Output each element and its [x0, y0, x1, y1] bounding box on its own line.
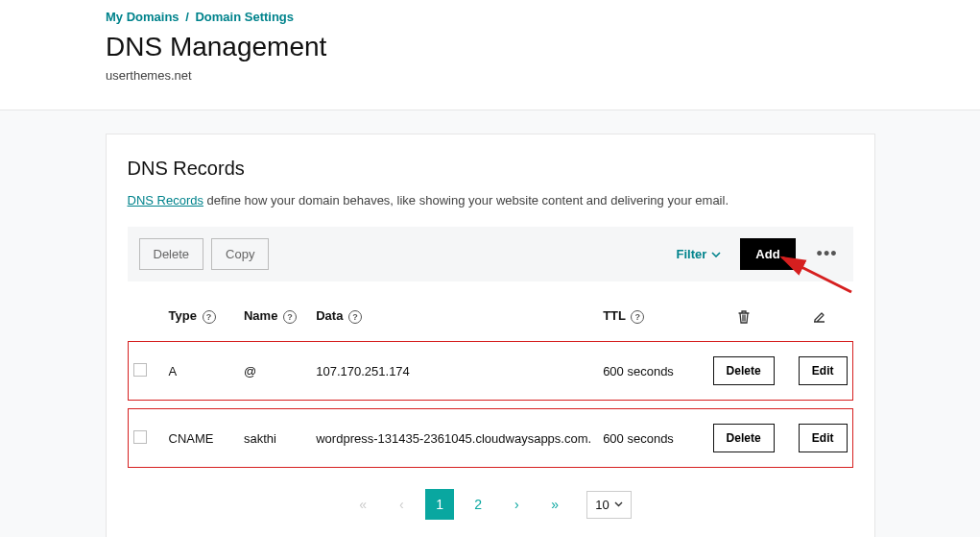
- table-row[interactable]: CNAME sakthi wordpress-131435-2361045.cl…: [128, 408, 853, 468]
- chevron-left-icon: ‹: [399, 497, 404, 512]
- cell-data: 107.170.251.174: [310, 341, 597, 401]
- cell-name: sakthi: [238, 408, 310, 468]
- table-row[interactable]: A @ 107.170.251.174 600 seconds Delete E…: [128, 341, 853, 401]
- copy-button[interactable]: Copy: [211, 238, 269, 270]
- page-first-button[interactable]: «: [348, 489, 377, 520]
- pagination: « ‹ 1 2 › » 10: [128, 489, 853, 520]
- col-type-label: Type: [169, 308, 197, 323]
- pencil-icon: [812, 309, 826, 324]
- help-icon[interactable]: ?: [348, 310, 362, 324]
- ellipsis-icon: •••: [817, 244, 838, 263]
- cell-ttl: 600 seconds: [597, 408, 701, 468]
- page-2-button[interactable]: 2: [464, 489, 492, 520]
- card-description: DNS Records define how your domain behav…: [128, 193, 853, 207]
- help-icon[interactable]: ?: [631, 310, 644, 324]
- breadcrumb: My Domains / Domain Settings: [106, 10, 980, 24]
- filter-button[interactable]: Filter: [677, 247, 722, 261]
- page-prev-button[interactable]: ‹: [387, 489, 416, 520]
- help-icon[interactable]: ?: [203, 310, 216, 324]
- row-edit-button[interactable]: Edit: [799, 356, 848, 385]
- dns-records-link[interactable]: DNS Records: [128, 193, 203, 207]
- cell-type: CNAME: [163, 408, 238, 468]
- card-desc-tail: define how your domain behaves, like sho…: [203, 193, 729, 207]
- cell-data: wordpress-131435-2361045.cloudwaysapps.c…: [310, 408, 597, 468]
- cell-name: @: [238, 341, 310, 401]
- dns-records-card: DNS Records DNS Records define how your …: [106, 134, 875, 537]
- chevron-down-icon: [614, 501, 623, 507]
- chevrons-left-icon: «: [359, 497, 367, 512]
- add-button[interactable]: Add: [740, 238, 795, 270]
- chevron-down-icon: [711, 252, 721, 257]
- page-1-button[interactable]: 1: [425, 489, 454, 520]
- breadcrumb-domain-settings[interactable]: Domain Settings: [195, 10, 294, 24]
- row-delete-button[interactable]: Delete: [713, 424, 775, 452]
- help-icon[interactable]: ?: [283, 310, 297, 324]
- toolbar: Delete Copy Filter Add •••: [128, 227, 853, 281]
- col-data-label: Data: [316, 308, 343, 323]
- row-delete-button[interactable]: Delete: [713, 356, 775, 385]
- page-last-button[interactable]: »: [540, 489, 569, 520]
- page-size-select[interactable]: 10: [586, 491, 631, 519]
- page-title: DNS Management: [106, 32, 980, 62]
- page-size-value: 10: [595, 498, 609, 512]
- card-title: DNS Records: [128, 158, 853, 180]
- row-edit-button[interactable]: Edit: [799, 424, 848, 452]
- chevrons-right-icon: »: [551, 497, 559, 512]
- breadcrumb-my-domains[interactable]: My Domains: [106, 10, 179, 24]
- cell-type: A: [163, 341, 238, 401]
- row-checkbox[interactable]: [133, 430, 147, 444]
- breadcrumb-separator: /: [185, 10, 189, 24]
- cell-ttl: 600 seconds: [597, 341, 701, 401]
- trash-icon: [737, 309, 751, 324]
- chevron-right-icon: ›: [514, 497, 519, 512]
- more-menu-button[interactable]: •••: [813, 244, 842, 264]
- filter-label: Filter: [677, 247, 707, 261]
- dns-records-table: Type ? Name ? Data ? TTL ? A @ 107.170.2…: [128, 299, 853, 468]
- delete-button[interactable]: Delete: [139, 238, 204, 270]
- page-subtitle: userthemes.net: [106, 68, 980, 83]
- row-checkbox[interactable]: [133, 363, 147, 377]
- page-next-button[interactable]: ›: [502, 489, 531, 520]
- col-ttl-label: TTL: [603, 308, 626, 323]
- col-name-label: Name: [244, 308, 277, 323]
